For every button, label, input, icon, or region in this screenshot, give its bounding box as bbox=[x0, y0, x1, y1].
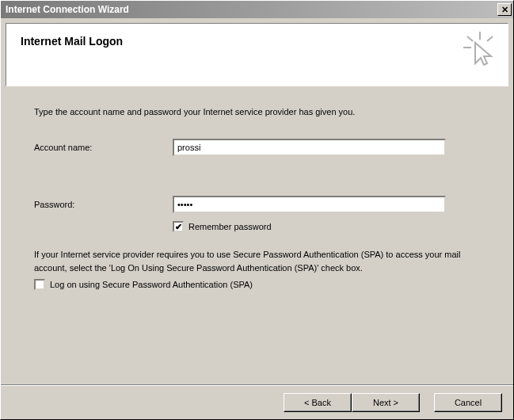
window-title: Internet Connection Wizard bbox=[6, 4, 129, 15]
svg-line-1 bbox=[467, 36, 473, 41]
password-label: Password: bbox=[34, 200, 173, 209]
cursor-icon bbox=[463, 32, 497, 68]
wizard-window: Internet Connection Wizard ✕ Internet Ma… bbox=[0, 0, 514, 420]
instruction-text: Type the account name and password your … bbox=[34, 107, 480, 116]
close-icon: ✕ bbox=[501, 5, 508, 15]
button-bar: < Back Next > Cancel bbox=[1, 384, 513, 419]
remember-row: ✔ Remember password bbox=[173, 221, 480, 232]
spa-label: Log on using Secure Password Authenticat… bbox=[50, 280, 253, 289]
content-area: Type the account name and password your … bbox=[1, 86, 513, 298]
svg-line-2 bbox=[487, 36, 493, 41]
remember-password-checkbox[interactable]: ✔ bbox=[173, 221, 184, 232]
back-button[interactable]: < Back bbox=[284, 393, 352, 412]
spa-checkbox[interactable] bbox=[34, 279, 45, 290]
titlebar: Internet Connection Wizard ✕ bbox=[1, 1, 513, 18]
close-button[interactable]: ✕ bbox=[497, 3, 512, 16]
password-row: Password: bbox=[34, 196, 480, 213]
password-input[interactable] bbox=[173, 196, 446, 213]
remember-label: Remember password bbox=[188, 222, 272, 231]
account-row: Account name: bbox=[34, 139, 480, 156]
spa-row: Log on using Secure Password Authenticat… bbox=[34, 279, 480, 290]
cancel-button[interactable]: Cancel bbox=[434, 393, 502, 412]
account-name-input[interactable] bbox=[173, 139, 446, 156]
account-label: Account name: bbox=[34, 143, 173, 152]
page-title: Internet Mail Logon bbox=[21, 35, 493, 48]
spacer bbox=[34, 164, 480, 196]
header-pane: Internet Mail Logon bbox=[6, 23, 508, 86]
check-icon: ✔ bbox=[175, 223, 182, 231]
spa-instruction: If your Internet service provider requir… bbox=[34, 248, 480, 274]
next-button[interactable]: Next > bbox=[352, 393, 420, 412]
